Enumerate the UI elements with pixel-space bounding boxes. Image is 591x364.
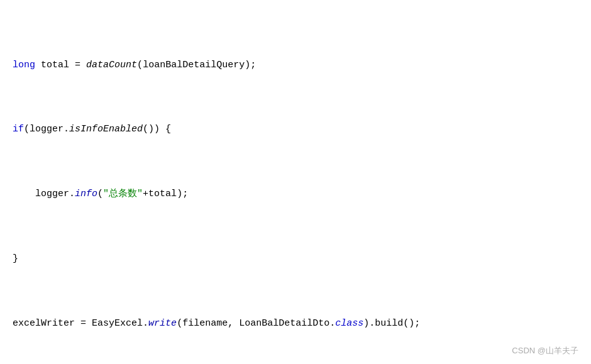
watermark: CSDN @山羊夫子 xyxy=(512,345,578,356)
code-block-top: long total = dataCount(loanBalDetailQuer… xyxy=(0,6,591,364)
code-line-3: logger.info("总条数"+total); xyxy=(13,186,578,202)
code-line-4: } xyxy=(13,251,578,267)
code-container: long total = dataCount(loanBalDetailQuer… xyxy=(0,0,591,364)
code-line-2: if(logger.isInfoEnabled()) { xyxy=(13,121,578,138)
code-line-5: excelWriter = EasyExcel.write(filename, … xyxy=(13,316,578,332)
code-line-1: long total = dataCount(loanBalDetailQuer… xyxy=(13,57,578,74)
